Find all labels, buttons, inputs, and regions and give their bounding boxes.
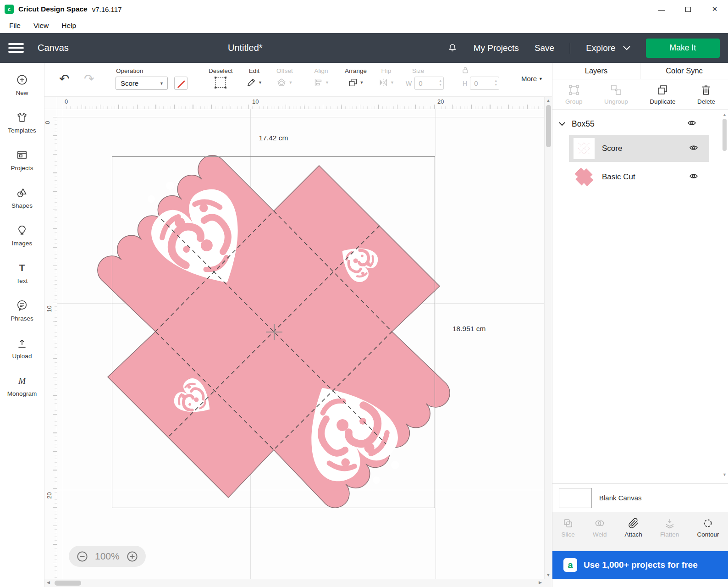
chevron-down-icon: ▼: [258, 80, 262, 85]
height-field-label: H: [463, 80, 467, 87]
visibility-eye-icon[interactable]: [687, 119, 697, 128]
zoom-out-button[interactable]: [76, 550, 88, 563]
ruler-horizontal: 0 10 20: [57, 97, 544, 109]
score-pen-icon: [176, 78, 187, 89]
panel-scroll-down-arrow[interactable]: ▼: [722, 472, 727, 477]
menu-file[interactable]: File: [9, 22, 21, 30]
edit-menu-button[interactable]: Edit ▼: [246, 67, 262, 88]
sidebar-item-upload[interactable]: Upload: [12, 337, 32, 360]
layer-group-row[interactable]: Box55: [552, 113, 709, 134]
app-header: Canvas Untitled* My Projects Save Explor…: [0, 33, 728, 63]
sidebar-item-images[interactable]: Images: [12, 224, 32, 247]
sidebar-item-phrases[interactable]: Phrases: [11, 299, 33, 322]
visibility-eye-icon[interactable]: [689, 172, 699, 182]
delete-button[interactable]: Delete: [697, 84, 715, 105]
canvas-nav-label[interactable]: Canvas: [38, 43, 69, 53]
offset-icon: [276, 78, 287, 88]
horizontal-scroll-thumb[interactable]: [55, 581, 81, 586]
duplicate-icon: [656, 84, 668, 96]
score-color-swatch[interactable]: [174, 77, 188, 90]
menu-help[interactable]: Help: [61, 22, 76, 30]
menu-bar: File View Help: [0, 18, 728, 33]
sidebar-item-text[interactable]: T Text: [16, 262, 28, 284]
vertical-scroll-thumb[interactable]: [546, 105, 551, 147]
sidebar-item-shapes[interactable]: Shapes: [11, 187, 33, 209]
flatten-button: Flatten: [660, 518, 679, 551]
sidebar-item-templates[interactable]: Templates: [8, 111, 36, 134]
my-projects-link[interactable]: My Projects: [474, 43, 519, 53]
contour-button[interactable]: Contour: [697, 518, 719, 551]
duplicate-button[interactable]: Duplicate: [650, 84, 675, 105]
sidebar-item-monogram[interactable]: M Monogram: [7, 375, 37, 397]
title-bar: c Cricut Design Space v7.16.117 — ✕: [0, 0, 728, 18]
scroll-down-arrow[interactable]: ▼: [545, 573, 552, 577]
panel-scroll-up-arrow[interactable]: ▲: [722, 112, 727, 117]
arrange-button[interactable]: Arrange ▼: [345, 67, 367, 88]
design-artwork[interactable]: [96, 147, 454, 521]
align-button: Align ▼: [313, 67, 329, 88]
blank-canvas-row[interactable]: Blank Canvas: [552, 483, 728, 512]
ruler-vertical: 0 10 20: [44, 109, 57, 579]
gridline: [63, 109, 63, 579]
save-link[interactable]: Save: [535, 43, 554, 53]
deselect-button[interactable]: Deselect: [209, 67, 233, 88]
cricut-logo-icon: c: [5, 5, 14, 14]
layer-row-basic-cut[interactable]: Basic Cut: [569, 164, 709, 190]
offset-button: Offset ▼: [276, 67, 293, 88]
main-menu-button[interactable]: [8, 43, 24, 53]
horizontal-scrollbar[interactable]: ◀ ▶: [44, 579, 544, 587]
selection-height-label: 18.951 cm: [452, 325, 485, 333]
layer-group-name: Box55: [572, 119, 595, 129]
layer-thumbnail: [574, 166, 595, 188]
ungroup-icon: [610, 84, 622, 96]
shapes-icon: [16, 187, 28, 199]
group-icon: [568, 84, 580, 96]
operation-select[interactable]: Score ▼: [116, 77, 168, 90]
panel-bottom-space: [552, 579, 728, 587]
attach-button[interactable]: Attach: [625, 518, 642, 551]
app-window: c Cricut Design Space v7.16.117 — ✕ File…: [0, 0, 728, 587]
zoom-control: 100%: [69, 546, 146, 567]
monogram-icon: M: [16, 375, 28, 387]
scroll-left-arrow[interactable]: ◀: [47, 580, 50, 585]
arrange-layers-icon: [348, 78, 358, 88]
minimize-button[interactable]: —: [648, 0, 675, 18]
canvas-area[interactable]: 17.42 cm 18.951 cm 100%: [57, 109, 544, 579]
tab-color-sync[interactable]: Color Sync: [640, 63, 728, 79]
scroll-up-arrow[interactable]: ▲: [545, 98, 552, 103]
blank-canvas-swatch[interactable]: [559, 488, 592, 508]
layer-row-score[interactable]: Score: [569, 135, 709, 162]
sidebar-item-new[interactable]: New: [16, 74, 28, 96]
scroll-right-arrow[interactable]: ▶: [539, 580, 542, 585]
redo-button[interactable]: ↷: [84, 73, 94, 85]
make-it-button[interactable]: Make It: [646, 39, 720, 58]
chevron-down-icon[interactable]: [559, 122, 565, 126]
panel-scroll-thumb[interactable]: [722, 119, 727, 151]
vertical-scrollbar[interactable]: ▲ ▼: [544, 97, 552, 579]
layer-name: Basic Cut: [602, 172, 635, 182]
ungroup-button: Ungroup: [604, 84, 628, 105]
contour-icon: [702, 518, 713, 529]
zoom-in-button[interactable]: [126, 550, 138, 563]
document-title[interactable]: Untitled*: [228, 43, 263, 53]
notifications-bell-icon[interactable]: [447, 43, 458, 54]
visibility-eye-icon[interactable]: [689, 144, 699, 153]
undo-button[interactable]: ↶: [59, 73, 70, 85]
maximize-button[interactable]: [675, 0, 701, 18]
sidebar-item-projects[interactable]: Projects: [11, 149, 33, 172]
operation-label: Operation: [116, 67, 143, 74]
ruler-corner: [44, 97, 57, 109]
edit-toolbar: ↶ ↷ Operation Score ▼ Deselect: [44, 63, 552, 97]
explore-menu[interactable]: Explore: [586, 43, 630, 53]
zoom-level: 100%: [95, 551, 120, 562]
tab-layers[interactable]: Layers: [552, 63, 640, 79]
close-button[interactable]: ✕: [701, 0, 728, 18]
group-button: Group: [565, 84, 583, 105]
access-promo-banner[interactable]: a Use 1,000+ projects for free: [552, 551, 728, 579]
pencil-icon: [246, 78, 256, 88]
project-card-icon: [16, 149, 28, 161]
speech-bubble-icon: [16, 299, 28, 311]
menu-view[interactable]: View: [33, 22, 49, 30]
slice-button: Slice: [562, 518, 575, 551]
more-menu-button[interactable]: More ▼: [521, 75, 543, 83]
